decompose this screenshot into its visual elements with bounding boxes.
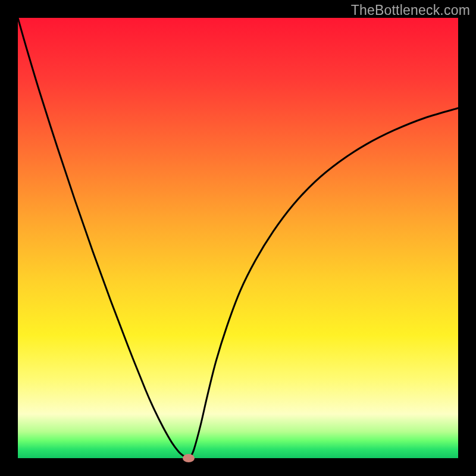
bottleneck-curve [18,18,458,458]
minimum-marker [183,454,195,462]
chart-frame: TheBottleneck.com [0,0,476,476]
plot-area [18,18,458,458]
watermark-text: TheBottleneck.com [351,2,470,18]
